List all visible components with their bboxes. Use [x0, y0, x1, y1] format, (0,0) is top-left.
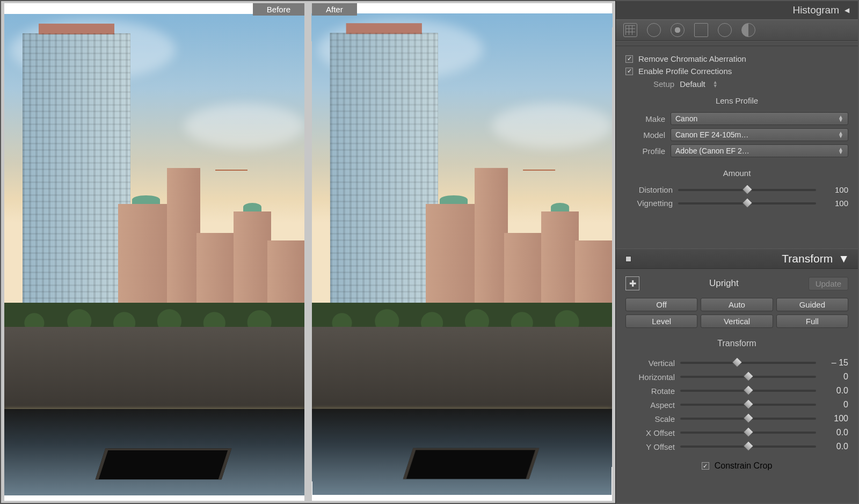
model-value: Canon EF 24-105m…	[675, 130, 748, 139]
after-label: After	[312, 3, 357, 16]
remove-chromatic-label: Remove Chromatic Aberration	[638, 54, 746, 63]
spot-tool-icon[interactable]	[647, 23, 661, 37]
before-label: Before	[253, 3, 304, 16]
scale-slider[interactable]	[680, 418, 816, 420]
aspect-value[interactable]: 0	[821, 400, 848, 410]
setup-value[interactable]: Default	[680, 79, 705, 89]
preview-after-pane[interactable]: After	[312, 3, 612, 501]
dropdown-arrows-icon: ▲▼	[838, 148, 843, 154]
vertical-slider[interactable]	[680, 362, 816, 364]
vertical-label: Vertical	[625, 359, 675, 368]
profile-value: Adobe (Canon EF 2…	[675, 147, 749, 155]
dropdown-arrows-icon: ▲▼	[838, 115, 843, 122]
setup-stepper-icon[interactable]: ▲▼	[713, 81, 718, 88]
distortion-value[interactable]: 100	[821, 185, 848, 194]
before-image	[4, 14, 304, 495]
yoffset-slider[interactable]	[680, 445, 816, 448]
yoffset-value[interactable]: 0.0	[821, 442, 848, 451]
panel-toggle-switch[interactable]	[625, 256, 631, 262]
transform-title: Transform	[782, 252, 833, 265]
after-image	[311, 13, 612, 495]
lens-corrections-section: ✓ Remove Chromatic Aberration ✓ Enable P…	[616, 46, 858, 217]
enable-profile-label: Enable Profile Corrections	[638, 67, 732, 76]
vignetting-label: Vignetting	[625, 199, 673, 208]
upright-auto-button[interactable]: Auto	[701, 298, 773, 311]
setup-label: Setup	[653, 79, 674, 89]
vertical-value[interactable]: – 15	[821, 358, 848, 368]
rotate-value[interactable]: 0.0	[821, 386, 848, 396]
preview-compare-area: Before After	[0, 0, 615, 504]
collapse-down-icon: ▼	[838, 252, 849, 265]
horizontal-slider[interactable]	[680, 376, 816, 378]
lens-profile-header: Lens Profile	[625, 93, 848, 111]
make-label: Make	[625, 114, 665, 123]
vignetting-slider[interactable]	[678, 202, 816, 204]
panel-gap	[616, 217, 858, 249]
rotate-slider[interactable]	[680, 390, 816, 392]
transform-sliders: Vertical – 15 Horizontal 0 Rotate 0.0 As…	[616, 354, 858, 456]
yoffset-label: Y Offset	[625, 442, 675, 451]
distortion-slider[interactable]	[678, 189, 816, 191]
redeye-tool-icon[interactable]	[671, 23, 685, 37]
vignetting-value[interactable]: 100	[821, 199, 848, 208]
crop-tool-icon[interactable]	[623, 23, 637, 37]
upright-full-button[interactable]: Full	[776, 315, 848, 328]
transform-panel-header[interactable]: Transform ▼	[616, 249, 858, 269]
brush-tool-icon[interactable]	[741, 23, 755, 37]
upright-guided-icon[interactable]: ✚	[625, 276, 639, 290]
amount-header: Amount	[625, 159, 848, 183]
make-value: Canon	[675, 114, 697, 123]
aspect-slider[interactable]	[680, 404, 816, 406]
upright-update-button[interactable]: Update	[809, 277, 848, 290]
horizontal-label: Horizontal	[625, 372, 675, 382]
horizontal-value[interactable]: 0	[821, 372, 848, 382]
xoffset-value[interactable]: 0.0	[821, 428, 848, 437]
profile-label: Profile	[625, 147, 665, 156]
constrain-crop-row: ✓ Constrain Crop	[616, 456, 858, 476]
upright-off-button[interactable]: Off	[625, 298, 697, 311]
enable-profile-checkbox[interactable]: ✓	[625, 68, 633, 75]
scale-label: Scale	[625, 414, 675, 423]
upright-level-button[interactable]: Level	[625, 315, 697, 328]
collapse-left-icon: ◀	[845, 6, 849, 14]
radial-tool-icon[interactable]	[718, 23, 732, 37]
scale-value[interactable]: 100	[821, 414, 848, 423]
xoffset-slider[interactable]	[680, 432, 816, 434]
profile-dropdown[interactable]: Adobe (Canon EF 2… ▲▼	[671, 144, 848, 157]
model-dropdown[interactable]: Canon EF 24-105m… ▲▼	[671, 128, 848, 141]
upright-label: Upright	[639, 278, 809, 289]
constrain-crop-checkbox[interactable]: ✓	[702, 462, 709, 470]
aspect-label: Aspect	[625, 400, 675, 410]
right-sidebar: Histogram ◀ ✓ Remove Chromatic Aberratio…	[615, 0, 859, 504]
model-label: Model	[625, 130, 665, 140]
tool-strip	[616, 19, 858, 41]
remove-chromatic-checkbox[interactable]: ✓	[625, 55, 633, 63]
upright-row: ✚ Upright Update	[616, 269, 858, 298]
gradient-tool-icon[interactable]	[694, 23, 708, 37]
constrain-crop-label: Constrain Crop	[715, 461, 773, 471]
rotate-label: Rotate	[625, 386, 675, 396]
transform-section-label: Transform	[616, 335, 858, 354]
upright-guided-button[interactable]: Guided	[776, 298, 848, 311]
upright-vertical-button[interactable]: Vertical	[701, 315, 773, 328]
upright-mode-buttons: Off Auto Guided Level Vertical Full	[616, 298, 858, 335]
make-dropdown[interactable]: Canon ▲▼	[671, 112, 848, 125]
distortion-label: Distortion	[625, 185, 673, 194]
histogram-title: Histogram	[792, 4, 839, 16]
preview-before-pane[interactable]: Before	[4, 3, 304, 501]
xoffset-label: X Offset	[625, 428, 675, 437]
panel-divider	[616, 41, 858, 46]
dropdown-arrows-icon: ▲▼	[838, 132, 843, 138]
histogram-panel-header[interactable]: Histogram ◀	[616, 1, 858, 19]
